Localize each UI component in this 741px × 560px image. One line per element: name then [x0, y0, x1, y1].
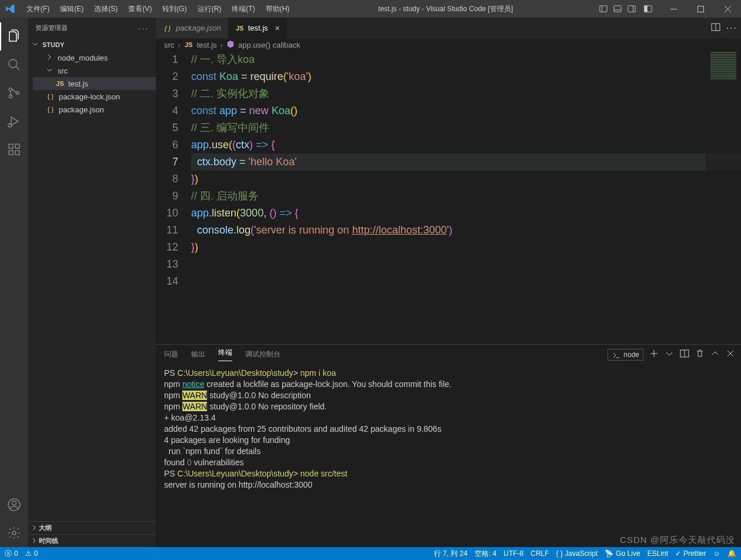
chevron-right-icon [46, 54, 54, 62]
tree-item[interactable]: { }package-lock.json [33, 90, 156, 103]
activity-bar [0, 18, 28, 547]
more-icon[interactable]: ··· [138, 24, 149, 33]
breadcrumb-item[interactable]: app.use() callback [238, 41, 301, 49]
svg-marker-17 [11, 117, 18, 125]
chevron-down-icon[interactable] [665, 349, 674, 360]
tab-label: package.json [176, 24, 221, 32]
chevron-right-icon [31, 537, 39, 545]
settings-icon[interactable] [0, 519, 28, 547]
menu-item[interactable]: 运行(R) [192, 0, 227, 18]
more-icon[interactable]: ··· [726, 23, 737, 34]
file-icon: { } [46, 106, 55, 113]
file-icon: JS [55, 80, 65, 87]
folder-root[interactable]: STUDY [28, 38, 156, 51]
status-bell-icon[interactable]: 🔔 [727, 549, 736, 558]
file-icon: { } [46, 93, 55, 100]
split-editor-icon[interactable] [711, 22, 720, 34]
svg-rect-7 [645, 6, 647, 12]
minimap[interactable] [706, 51, 741, 344]
panel-tab[interactable]: 问题 [164, 349, 178, 359]
menu-item[interactable]: 终端(T) [226, 0, 260, 18]
status-language[interactable]: { } JavaScript [556, 549, 598, 558]
status-encoding[interactable]: UTF-8 [503, 549, 523, 558]
panel-tab[interactable]: 终端 [218, 348, 232, 361]
editor-tabs: { }package.jsonJStest.js× ··· [156, 18, 741, 38]
close-window-button[interactable] [714, 0, 741, 18]
status-golive[interactable]: 📡 Go Live [605, 549, 640, 558]
account-icon[interactable] [0, 491, 28, 519]
editor-tab[interactable]: { }package.json [156, 18, 228, 38]
status-indent[interactable]: 空格: 4 [475, 549, 496, 559]
panel: 问题输出终端调试控制台 node PS C:\Users\Leyuan\Desk… [156, 344, 741, 547]
sidebar-title: 资源管理器 [35, 24, 68, 32]
status-eol[interactable]: CRLF [530, 549, 549, 558]
new-terminal-icon[interactable] [649, 349, 659, 360]
tree-item-label: package-lock.json [59, 92, 120, 101]
menu-item[interactable]: 帮助(H) [261, 0, 295, 18]
terminal-dropdown[interactable]: node [608, 349, 643, 361]
window-title: test.js - study - Visual Studio Code [管理… [295, 4, 596, 14]
menu-item[interactable]: 编辑(E) [55, 0, 89, 18]
panel-tab[interactable]: 调试控制台 [245, 349, 281, 359]
svg-rect-21 [15, 151, 19, 155]
svg-point-16 [16, 92, 19, 95]
breadcrumb[interactable]: src›JStest.js›app.use() callback [156, 38, 741, 51]
close-panel-icon[interactable] [726, 349, 735, 360]
debug-icon[interactable] [0, 107, 28, 135]
outline-section[interactable]: 大纲 [28, 521, 156, 534]
sidebar-explorer: 资源管理器 ··· STUDY node_modulessrcJStest.js… [28, 18, 156, 547]
svg-rect-20 [9, 151, 13, 155]
svg-point-15 [9, 95, 12, 98]
status-bar: ⓧ 0 ⚠ 0 行 7, 列 24 空格: 4 UTF-8 CRLF { } J… [0, 547, 741, 560]
maximize-button[interactable] [687, 0, 714, 18]
status-warnings[interactable]: ⚠ 0 [25, 549, 38, 558]
layout-toggle-icon[interactable] [641, 2, 655, 15]
tree-item-label: test.js [68, 79, 88, 88]
watermark: CSDN @阿乐今天敲代码没 [620, 535, 735, 546]
tree-item[interactable]: { }package.json [33, 103, 156, 116]
menu-item[interactable]: 转到(G) [157, 0, 192, 18]
panel-tab[interactable]: 输出 [191, 349, 205, 359]
tree-item-label: package.json [59, 105, 104, 114]
breadcrumb-item[interactable]: src [164, 41, 174, 49]
trash-icon[interactable] [695, 349, 705, 360]
svg-rect-9 [697, 6, 703, 12]
layout-right-icon[interactable] [625, 2, 639, 15]
svg-rect-4 [628, 6, 635, 12]
menu-item[interactable]: 查看(V) [123, 0, 157, 18]
terminal-output[interactable]: PS C:\Users\Leyuan\Desktop\study> npm i … [156, 364, 741, 547]
status-feedback-icon[interactable]: ☺ [713, 549, 720, 558]
breadcrumb-item[interactable]: test.js [197, 41, 217, 49]
status-cursor-pos[interactable]: 行 7, 列 24 [434, 549, 468, 559]
close-tab-icon[interactable]: × [275, 24, 280, 33]
chevron-up-icon[interactable] [710, 349, 720, 360]
menu-item[interactable]: 文件(F) [21, 0, 55, 18]
status-errors[interactable]: ⓧ 0 [5, 549, 18, 559]
editor-tab[interactable]: JStest.js× [228, 18, 287, 38]
menu-item[interactable]: 选择(S) [89, 0, 123, 18]
chevron-down-icon [46, 66, 54, 75]
tree-item[interactable]: src [33, 64, 156, 77]
svg-rect-2 [614, 6, 621, 12]
status-eslint[interactable]: ESLint [647, 549, 668, 558]
timeline-section[interactable]: 时间线 [28, 534, 156, 547]
explorer-icon[interactable] [0, 22, 28, 51]
split-terminal-icon[interactable] [680, 349, 689, 360]
file-icon: { } [163, 25, 172, 32]
extensions-icon[interactable] [0, 135, 28, 164]
search-icon[interactable] [0, 51, 28, 79]
tree-item-label: node_modules [58, 54, 108, 62]
title-bar: 文件(F)编辑(E)选择(S)查看(V)转到(G)运行(R)终端(T)帮助(H)… [0, 0, 741, 18]
tree-item[interactable]: JStest.js [33, 77, 156, 90]
source-control-icon[interactable] [0, 79, 28, 107]
file-icon: JS [235, 25, 245, 32]
layout-left-icon[interactable] [596, 2, 610, 15]
layout-bottom-icon[interactable] [610, 2, 625, 15]
symbol-icon [226, 40, 235, 50]
code-editor[interactable]: 1234567891011121314 // 一. 导入koaconst Koa… [156, 51, 741, 344]
svg-point-12 [9, 59, 17, 68]
minimize-button[interactable] [660, 0, 687, 18]
status-prettier[interactable]: ✓ Prettier [675, 549, 706, 558]
svg-point-24 [12, 501, 16, 505]
tree-item[interactable]: node_modules [33, 51, 156, 64]
